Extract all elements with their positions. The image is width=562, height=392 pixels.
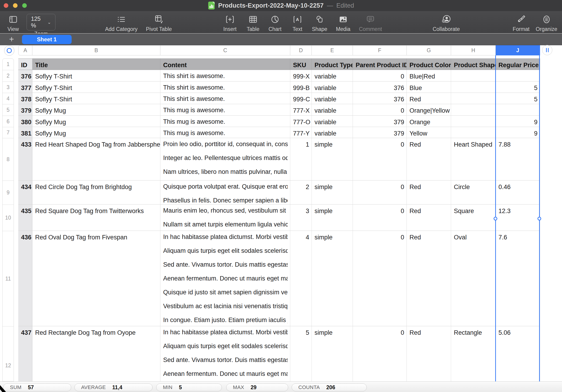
cell-id-row8[interactable]: 433 <box>18 138 32 180</box>
cell-content-row4[interactable]: This shirt is awesome. <box>160 93 290 104</box>
row-number-5[interactable]: 5 <box>2 104 14 116</box>
minimize-window-button[interactable] <box>13 3 18 8</box>
cell-content-row10[interactable]: Mauris enim leo, rhoncus sed, vestibulum… <box>160 204 290 231</box>
pivot-table-button[interactable]: Pivot Table <box>142 13 176 32</box>
cell-id-row10[interactable]: 435 <box>18 204 32 231</box>
cell-product_shape-row11[interactable]: Oval <box>451 231 496 326</box>
cell-sku-row2[interactable]: 999-X <box>290 70 312 81</box>
header-cell-product_type[interactable]: Product Type <box>312 58 353 70</box>
cell-product_shape-row6[interactable] <box>451 116 496 127</box>
cell-title-row8[interactable]: Red Heart Shaped Dog Tag from Jabbersphe… <box>32 138 160 180</box>
cell-product_color-row2[interactable]: Blue|Red <box>407 70 451 81</box>
cell-product_color-row11[interactable]: Red <box>407 231 451 326</box>
cell-title-row6[interactable]: Soflyy Mug <box>32 116 160 127</box>
cell-regular_price-row3[interactable]: 5 <box>496 81 540 93</box>
header-cell-product_shape[interactable]: Product Shape <box>451 58 496 70</box>
row-number-9[interactable]: 9 <box>2 181 14 205</box>
tab-sheet-1[interactable]: Sheet 1 <box>22 35 72 44</box>
cell-title-row12[interactable]: Red Rectangle Dog Tag from Oyope <box>32 326 160 381</box>
cell-product_color-row3[interactable]: Blue <box>407 81 451 93</box>
insert-button[interactable]: Insert <box>220 13 240 32</box>
column-header-B[interactable]: B <box>32 45 160 56</box>
cell-product_shape-row2[interactable] <box>451 70 496 81</box>
column-header-E[interactable]: E <box>312 45 353 56</box>
cell-product_type-row3[interactable]: variable <box>312 81 353 93</box>
cell-product_shape-row10[interactable]: Square <box>451 204 496 231</box>
cell-parent_product_id-row11[interactable]: 0 <box>353 231 407 326</box>
column-header-J[interactable]: J <box>496 45 540 56</box>
cell-product_type-row2[interactable]: variable <box>312 70 353 81</box>
cell-product_color-row7[interactable]: Yellow <box>407 127 451 138</box>
close-window-button[interactable] <box>4 3 8 8</box>
format-button[interactable]: Format <box>510 13 533 32</box>
header-cell-product_color[interactable]: Product Color <box>407 58 451 70</box>
collaborate-button[interactable]: Collaborate <box>429 13 464 32</box>
cell-sku-row3[interactable]: 999-B <box>290 81 312 93</box>
cell-product_type-row9[interactable]: simple <box>312 180 353 204</box>
cell-content-row5[interactable]: This mug is awesome. <box>160 104 290 116</box>
cell-content-row2[interactable]: This shirt is awesome. <box>160 70 290 81</box>
cell-title-row10[interactable]: Red Square Dog Tag from Twitterworks <box>32 204 160 231</box>
column-header-D[interactable]: D <box>290 45 312 56</box>
cell-content-row8[interactable]: Proin leo odio, porttitor id, consequat … <box>160 138 290 180</box>
cell-parent_product_id-row5[interactable]: 0 <box>353 104 407 116</box>
cell-regular_price-row2[interactable] <box>496 70 540 81</box>
table-button[interactable]: Table <box>244 13 262 32</box>
cell-product_color-row10[interactable]: Red <box>407 204 451 231</box>
row-number-11[interactable]: 11 <box>2 231 14 326</box>
cell-product_type-row8[interactable]: simple <box>312 138 353 180</box>
cell-product_type-row5[interactable]: variable <box>312 104 353 116</box>
table-select-handle[interactable] <box>4 45 14 56</box>
cell-regular_price-row10[interactable]: 12.3 <box>496 204 540 231</box>
cell-sku-row12[interactable]: 5 <box>290 326 312 381</box>
cell-id-row11[interactable]: 436 <box>18 231 32 326</box>
cell-id-row3[interactable]: 377 <box>18 81 32 93</box>
aggregate-pill-sum[interactable]: SUM57 <box>3 383 71 391</box>
cell-sku-row10[interactable]: 3 <box>290 204 312 231</box>
cell-product_type-row6[interactable]: variable <box>312 116 353 127</box>
cell-product_type-row4[interactable]: variable <box>312 93 353 104</box>
cell-regular_price-row7[interactable]: 9 <box>496 127 540 138</box>
cell-regular_price-row12[interactable]: 5.06 <box>496 326 540 381</box>
cell-title-row4[interactable]: Soflyy T-Shirt <box>32 93 160 104</box>
selection-resize-handle-left[interactable] <box>494 217 497 221</box>
cell-product_shape-row3[interactable] <box>451 81 496 93</box>
cell-title-row9[interactable]: Red Circle Dog Tag from Brightdog <box>32 180 160 204</box>
add-sheet-button[interactable]: + <box>7 35 16 44</box>
row-number-4[interactable]: 4 <box>2 93 14 104</box>
cell-id-row5[interactable]: 379 <box>18 104 32 116</box>
shape-button[interactable]: Shape <box>310 13 329 32</box>
cell-parent_product_id-row9[interactable]: 0 <box>353 180 407 204</box>
cell-content-row7[interactable]: This mug is awesome. <box>160 127 290 138</box>
cell-regular_price-row8[interactable]: 7.88 <box>496 138 540 180</box>
cell-product_color-row5[interactable]: Orange|Yellow <box>407 104 451 116</box>
cell-parent_product_id-row3[interactable]: 376 <box>353 81 407 93</box>
cell-parent_product_id-row6[interactable]: 379 <box>353 116 407 127</box>
selection-resize-handle-right[interactable] <box>538 217 541 221</box>
cell-regular_price-row5[interactable] <box>496 104 540 116</box>
cell-id-row9[interactable]: 434 <box>18 180 32 204</box>
column-header-H[interactable]: H <box>451 45 496 56</box>
cell-title-row11[interactable]: Red Oval Dog Tag from Fivespan <box>32 231 160 326</box>
cell-regular_price-row11[interactable]: 7.6 <box>496 231 540 326</box>
cell-content-row9[interactable]: Quisque porta volutpat erat. Quisque era… <box>160 180 290 204</box>
zoom-window-button[interactable] <box>22 3 27 8</box>
aggregate-pill-average[interactable]: AVERAGE11,4 <box>74 383 152 391</box>
header-cell-regular_price[interactable]: Regular Price <box>496 58 540 70</box>
cell-sku-row9[interactable]: 2 <box>290 180 312 204</box>
cell-product_type-row11[interactable]: simple <box>312 231 353 326</box>
cell-regular_price-row6[interactable]: 9 <box>496 116 540 127</box>
cell-product_color-row6[interactable]: Orange <box>407 116 451 127</box>
zoom-dropdown[interactable]: 125 % ⌄ <box>27 14 56 31</box>
cell-sku-row7[interactable]: 777-Y <box>290 127 312 138</box>
cell-content-row6[interactable]: This mug is awesome. <box>160 116 290 127</box>
cell-title-row5[interactable]: Soflyy Mug <box>32 104 160 116</box>
add-category-button[interactable]: Add Category <box>102 13 141 32</box>
cell-id-row7[interactable]: 381 <box>18 127 32 138</box>
cell-product_color-row9[interactable]: Red <box>407 180 451 204</box>
column-header-G[interactable]: G <box>407 45 451 56</box>
cell-product_color-row12[interactable]: Red <box>407 326 451 381</box>
cell-product_shape-row4[interactable] <box>451 93 496 104</box>
header-cell-parent_product_id[interactable]: Parent Product ID <box>353 58 407 70</box>
aggregate-pill-max[interactable]: MAX29 <box>226 383 288 391</box>
